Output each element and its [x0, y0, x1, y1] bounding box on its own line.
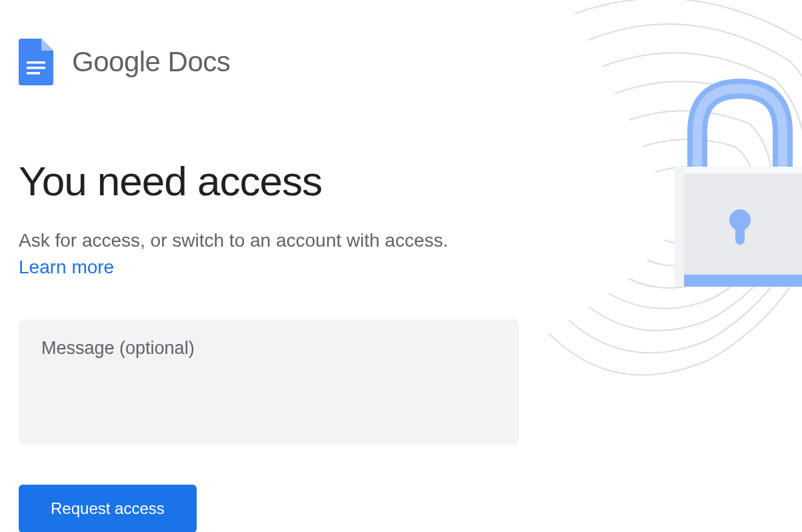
main-content: You need access Ask for access, or switc…	[19, 157, 525, 532]
svg-rect-2	[27, 72, 40, 75]
learn-more-link[interactable]: Learn more	[19, 257, 114, 278]
product-name-bold: Google	[72, 46, 160, 77]
svg-rect-8	[735, 223, 745, 245]
subtitle-text: Ask for access, or switch to an account …	[19, 230, 525, 251]
message-input[interactable]	[19, 319, 519, 445]
svg-rect-5	[675, 167, 802, 173]
request-access-button[interactable]: Request access	[19, 485, 197, 532]
svg-rect-1	[27, 67, 45, 69]
svg-rect-4	[675, 275, 802, 287]
page-title: You need access	[19, 157, 525, 205]
svg-rect-6	[675, 167, 684, 287]
google-docs-icon	[19, 39, 53, 85]
header: Google Docs	[19, 39, 783, 85]
svg-rect-0	[27, 61, 45, 64]
svg-rect-3	[675, 167, 802, 287]
svg-point-7	[729, 209, 751, 231]
product-name-light: Docs	[160, 46, 230, 77]
product-name: Google Docs	[72, 46, 230, 78]
